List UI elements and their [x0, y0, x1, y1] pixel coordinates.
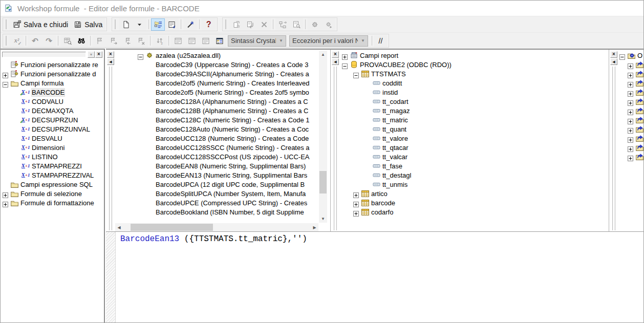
redo-button[interactable]: ↷ [42, 35, 56, 47]
tree-item-tt-codart[interactable]: tt_codart [340, 97, 606, 106]
tree-item-barcodeupce-compres[interactable]: BarcodeUPCE (Compressed UPC String) - Cr… [115, 198, 318, 207]
tree-item-azalea-u25azalea-dll[interactable]: azalea (u25azalea.dll) [115, 51, 318, 60]
tree-item-instid[interactable]: instid [340, 88, 606, 97]
fields-panel-close-button[interactable]: × [332, 51, 339, 58]
fields-panel-collapse-button[interactable]: ◀ [332, 58, 339, 65]
tree-item-tt-fase[interactable]: tt_fase [340, 161, 606, 170]
toggle-trees-button[interactable] [151, 18, 165, 31]
tree-item-funzioni-personalizzate-d[interactable]: Funzioni personalizzate d [1, 69, 104, 78]
tree-item-tt-qtacar[interactable]: tt_qtacar [340, 143, 606, 152]
tree-item-barcodec128a-alphan[interactable]: BarcodeC128A (Alphanumeric String) - Cre… [115, 97, 318, 106]
tree-item-formule-di-formattazione[interactable]: Formule di formattazione [1, 198, 104, 207]
tree-item-funzioni-personalizzate-re[interactable]: Funzioni personalizzate re [1, 60, 104, 69]
field-tree-toggle-button[interactable] [171, 35, 185, 47]
expand-toggle[interactable] [628, 80, 633, 86]
tree-item-item[interactable] [618, 143, 643, 152]
expand-toggle[interactable] [628, 99, 633, 104]
show-formatting-button[interactable] [289, 18, 303, 31]
tree-item-item[interactable] [618, 106, 643, 115]
tree-item-barcode2of5-numeric[interactable]: Barcode2of5 (Numeric String) - Creates 2… [115, 88, 318, 97]
tree-item-item[interactable] [618, 124, 643, 134]
tree-item-decsuprzunval[interactable]: X+1DECSUPRZUNVAL [1, 124, 104, 134]
tree-item-barcodec39-uppercas[interactable]: BarcodeC39 (Uppercase String) - Creates … [115, 60, 318, 69]
workshop-panel-close-button[interactable]: × [95, 51, 102, 58]
all-trees-toggle-button[interactable] [212, 35, 226, 47]
expand-toggle[interactable] [3, 200, 8, 206]
delete-button[interactable] [257, 18, 271, 31]
expand-toggle[interactable] [628, 145, 633, 150]
tree-item-stampaprezzi[interactable]: X+1STAMPAPREZZI [1, 161, 104, 170]
tree-item-item[interactable] [618, 60, 643, 69]
field-display-button[interactable] [165, 18, 179, 31]
tree-item-campi-formula[interactable]: Campi formula [1, 78, 104, 88]
functions-panel-collapse-button[interactable]: ◀ [107, 58, 114, 65]
new-formula-dropdown-button[interactable] [133, 18, 146, 31]
tree-item-item[interactable] [618, 115, 643, 124]
null-handling-select[interactable]: Eccezioni per i valori N▼ [289, 35, 368, 47]
tree-item-barcodeean8-numeric[interactable]: BarcodeEAN8 (Numeric String, Supplimenta… [115, 161, 318, 170]
browse-data-button[interactable] [60, 35, 74, 47]
functions-panel-close-button[interactable]: × [107, 51, 114, 58]
horizontal-scroll-track[interactable] [123, 223, 311, 231]
expand-toggle[interactable] [3, 71, 8, 77]
tree-item-codvalu[interactable]: X+1CODVALU [1, 97, 104, 106]
tree-item-decsuprzun[interactable]: X+1✓DECSUPRZUN [1, 115, 104, 124]
scroll-left-icon[interactable]: ◀ [115, 223, 123, 231]
expand-toggle[interactable] [628, 136, 633, 141]
tree-item-tt-magaz[interactable]: tt_magaz [340, 106, 606, 115]
tree-item-tt-destagl[interactable]: tt_destagl [340, 170, 606, 180]
tree-item-barcodesplitupca-nu[interactable]: BarcodeSplitUPCA (Number System, Item, M… [115, 189, 318, 198]
expand-toggle[interactable] [628, 154, 633, 160]
comment-button[interactable]: // [374, 35, 387, 47]
expand-toggle[interactable] [628, 71, 633, 77]
operators-panel-collapse-button[interactable]: ◀ [610, 58, 617, 65]
collapse-toggle[interactable] [3, 80, 8, 86]
rename-button[interactable] [243, 18, 257, 31]
expand-toggle[interactable] [628, 108, 633, 114]
collapse-toggle[interactable] [138, 53, 143, 58]
expand-toggle[interactable] [628, 117, 633, 123]
tree-item-barcodec128c-numeri[interactable]: BarcodeC128C (Numeric String) - Creates … [115, 115, 318, 124]
new-item-button[interactable] [229, 18, 243, 31]
save-and-close-button[interactable]: Salva e chiudi [10, 18, 71, 31]
tree-item-item[interactable] [618, 69, 643, 78]
tree-item-tt-unmis[interactable]: tt_unmis [340, 180, 606, 189]
expand-toggle[interactable] [353, 200, 359, 206]
tree-item-codarfo[interactable]: codarfo [340, 207, 606, 217]
collapse-toggle[interactable] [619, 53, 625, 58]
tree-item-barcodei2of5-numeri[interactable]: BarcodeI2of5 (Numeric String) - Creates … [115, 78, 318, 88]
tree-item-tt-quant[interactable]: tt_quant [340, 124, 606, 134]
bookmark-clear-button[interactable] [134, 35, 148, 47]
collapse-toggle[interactable] [342, 62, 348, 68]
expand-toggle[interactable] [3, 191, 8, 197]
expand-toggle[interactable] [628, 62, 633, 68]
expand-toggle[interactable] [353, 191, 359, 197]
tree-item-barcodec39ascii-alph[interactable]: BarcodeC39ASCII(Alphanumeric String) - C… [115, 69, 318, 78]
save-button[interactable]: Salva [71, 18, 105, 31]
tree-item-barcodec128auto-num[interactable]: BarcodeC128Auto (Numeric String) - Creat… [115, 124, 318, 134]
tree-item-item[interactable] [618, 88, 643, 97]
operator-tree-toggle-button[interactable] [199, 35, 212, 47]
tree-item-ttstmats[interactable]: TTSTMATS [340, 69, 606, 78]
tree-item-barcode[interactable]: X+1✓BARCODE [1, 88, 104, 97]
tree-item-campi-espressione-sql[interactable]: Campi espressione SQL [1, 180, 104, 189]
vertical-scroll-thumb[interactable] [319, 171, 327, 193]
custom-function-button[interactable] [308, 18, 321, 31]
find-button[interactable] [74, 35, 88, 47]
bookmark-toggle-button[interactable] [93, 35, 106, 47]
workshop-panel-dropdown-button[interactable]: ▼ [88, 51, 95, 58]
workshop-panel-scrollbar[interactable] [2, 52, 86, 57]
check-syntax-button[interactable]: x²✓ [10, 35, 24, 47]
tree-item-barcodec128b-alphan[interactable]: BarcodeC128B (Alphanumeric String) - Cre… [115, 106, 318, 115]
tree-item-desvalu[interactable]: X+1DESVALU [1, 134, 104, 143]
tree-item-item[interactable] [618, 97, 643, 106]
operators-panel-close-button[interactable]: × [610, 51, 617, 58]
tree-item-tt-matric[interactable]: tt_matric [340, 115, 606, 124]
tree-item-decmaxqta[interactable]: X+1DECMAXQTA [1, 106, 104, 115]
tree-item-item[interactable] [618, 134, 643, 143]
tree-item-listino[interactable]: X+1LISTINO [1, 152, 104, 161]
function-tree-toggle-button[interactable] [185, 35, 199, 47]
tree-item-artico[interactable]: artico [340, 189, 606, 198]
tree-item-formule-di-selezione[interactable]: Formule di selezione [1, 189, 104, 198]
tree-item-tt-valore[interactable]: tt_valore [340, 134, 606, 143]
